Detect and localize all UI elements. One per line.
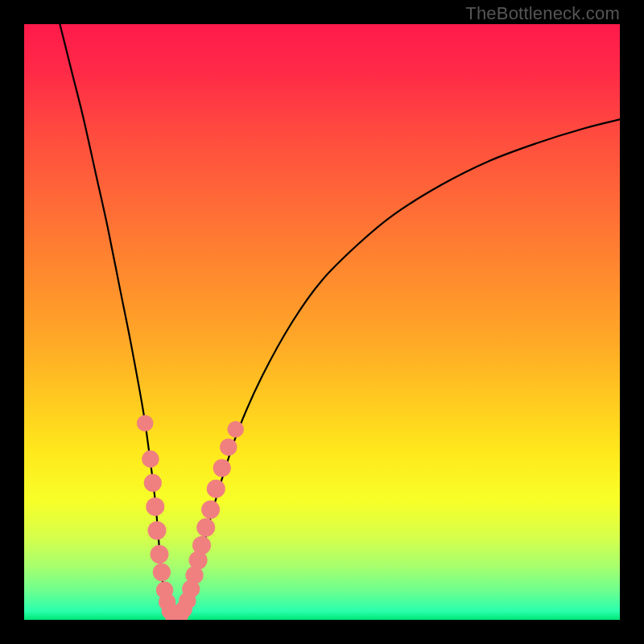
curve-marker-dot (227, 421, 244, 438)
chart-frame: TheBottleneck.com (0, 0, 644, 644)
curve-marker-dot (137, 415, 154, 432)
curve-marker-dot (146, 497, 164, 516)
curve-markers (137, 415, 244, 621)
curve-marker-dot (148, 522, 167, 540)
curve-marker-dot (144, 474, 162, 492)
curve-marker-dot (192, 536, 211, 555)
curve-marker-dot (196, 518, 215, 537)
curve-marker-dot (220, 439, 237, 456)
bottleneck-curve (60, 24, 620, 620)
curve-marker-dot (213, 459, 231, 477)
curve-marker-dot (151, 545, 169, 564)
plot-area (24, 24, 620, 620)
curve-marker-dot (142, 451, 159, 468)
curve-marker-dot (207, 480, 225, 498)
watermark-label: TheBottleneck.com (465, 3, 620, 24)
curve-marker-dot (153, 564, 171, 581)
curve-layer (24, 24, 620, 620)
curve-marker-dot (201, 501, 220, 519)
